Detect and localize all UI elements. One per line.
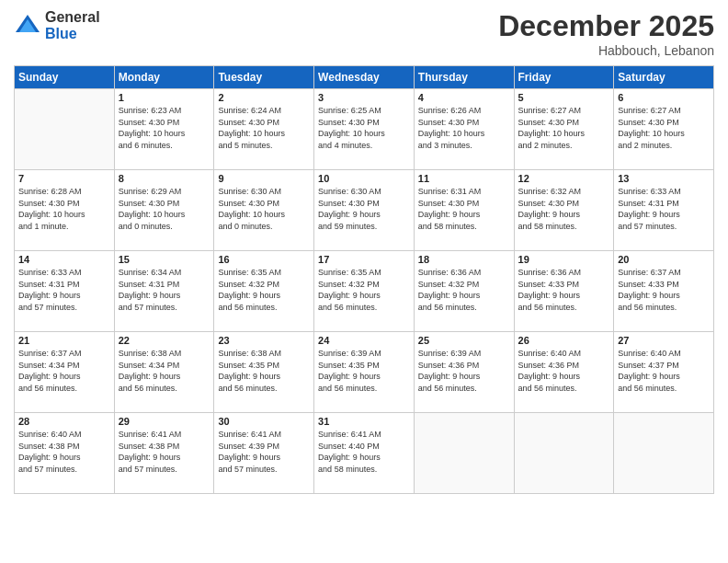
day-number: 10 [318,173,410,184]
location: Habbouch, Lebanon [498,43,714,58]
header: General Blue December 2025 Habbouch, Leb… [14,9,714,58]
day-number: 31 [318,416,410,427]
day-number: 9 [218,173,310,184]
day-info: Sunrise: 6:38 AMSunset: 4:35 PMDaylight:… [218,348,310,394]
day-number: 16 [218,254,310,265]
calendar-week-row: 14Sunrise: 6:33 AMSunset: 4:31 PMDayligh… [15,251,714,332]
logo-text: General Blue [45,9,100,41]
day-number: 22 [119,335,210,346]
day-info: Sunrise: 6:39 AMSunset: 4:35 PMDaylight:… [318,348,410,394]
day-of-week-header: Monday [114,66,214,89]
logo: General Blue [14,9,100,41]
calendar-cell: 28Sunrise: 6:40 AMSunset: 4:38 PMDayligh… [15,413,115,494]
day-of-week-header: Friday [514,66,614,89]
calendar-cell: 20Sunrise: 6:37 AMSunset: 4:33 PMDayligh… [614,251,714,332]
calendar-cell: 23Sunrise: 6:38 AMSunset: 4:35 PMDayligh… [214,332,314,413]
day-number: 8 [119,173,210,184]
day-number: 21 [18,335,110,346]
day-info: Sunrise: 6:36 AMSunset: 4:32 PMDaylight:… [418,267,510,313]
calendar-cell: 18Sunrise: 6:36 AMSunset: 4:32 PMDayligh… [414,251,514,332]
day-info: Sunrise: 6:36 AMSunset: 4:33 PMDaylight:… [518,267,610,313]
calendar-cell [15,89,115,170]
day-info: Sunrise: 6:26 AMSunset: 4:30 PMDaylight:… [418,105,510,151]
calendar-cell: 31Sunrise: 6:41 AMSunset: 4:40 PMDayligh… [314,413,415,494]
calendar-cell [614,413,714,494]
logo-blue: Blue [45,26,100,42]
day-of-week-header: Wednesday [314,66,415,89]
day-info: Sunrise: 6:27 AMSunset: 4:30 PMDaylight:… [518,105,610,151]
day-number: 5 [518,92,610,103]
calendar-cell: 4Sunrise: 6:26 AMSunset: 4:30 PMDaylight… [414,89,514,170]
calendar-cell: 9Sunrise: 6:30 AMSunset: 4:30 PMDaylight… [214,170,314,251]
day-number: 1 [119,92,210,103]
calendar-cell: 3Sunrise: 6:25 AMSunset: 4:30 PMDaylight… [314,89,415,170]
calendar-cell: 22Sunrise: 6:38 AMSunset: 4:34 PMDayligh… [114,332,214,413]
calendar-cell: 13Sunrise: 6:33 AMSunset: 4:31 PMDayligh… [614,170,714,251]
day-info: Sunrise: 6:40 AMSunset: 4:37 PMDaylight:… [618,348,710,394]
day-info: Sunrise: 6:41 AMSunset: 4:39 PMDaylight:… [218,429,310,475]
calendar-cell: 6Sunrise: 6:27 AMSunset: 4:30 PMDaylight… [614,89,714,170]
calendar-cell: 15Sunrise: 6:34 AMSunset: 4:31 PMDayligh… [114,251,214,332]
day-info: Sunrise: 6:23 AMSunset: 4:30 PMDaylight:… [119,105,210,151]
day-info: Sunrise: 6:35 AMSunset: 4:32 PMDaylight:… [318,267,410,313]
day-info: Sunrise: 6:34 AMSunset: 4:31 PMDaylight:… [119,267,210,313]
day-of-week-header: Thursday [414,66,514,89]
day-number: 24 [318,335,410,346]
day-info: Sunrise: 6:41 AMSunset: 4:38 PMDaylight:… [119,429,210,475]
calendar-cell: 25Sunrise: 6:39 AMSunset: 4:36 PMDayligh… [414,332,514,413]
day-info: Sunrise: 6:37 AMSunset: 4:34 PMDaylight:… [18,348,110,394]
day-of-week-header: Sunday [15,66,115,89]
day-number: 28 [18,416,110,427]
day-number: 26 [518,335,610,346]
day-info: Sunrise: 6:39 AMSunset: 4:36 PMDaylight:… [418,348,510,394]
calendar-cell: 21Sunrise: 6:37 AMSunset: 4:34 PMDayligh… [15,332,115,413]
day-number: 30 [218,416,310,427]
calendar-cell: 27Sunrise: 6:40 AMSunset: 4:37 PMDayligh… [614,332,714,413]
day-of-week-header: Saturday [614,66,714,89]
day-number: 15 [119,254,210,265]
day-number: 18 [418,254,510,265]
day-info: Sunrise: 6:38 AMSunset: 4:34 PMDaylight:… [119,348,210,394]
day-info: Sunrise: 6:33 AMSunset: 4:31 PMDaylight:… [618,186,710,232]
day-number: 12 [518,173,610,184]
day-info: Sunrise: 6:41 AMSunset: 4:40 PMDaylight:… [318,429,410,475]
day-number: 13 [618,173,710,184]
calendar-cell: 5Sunrise: 6:27 AMSunset: 4:30 PMDaylight… [514,89,614,170]
day-number: 23 [218,335,310,346]
day-info: Sunrise: 6:25 AMSunset: 4:30 PMDaylight:… [318,105,410,151]
day-info: Sunrise: 6:40 AMSunset: 4:36 PMDaylight:… [518,348,610,394]
day-info: Sunrise: 6:29 AMSunset: 4:30 PMDaylight:… [119,186,210,232]
month-title: December 2025 [498,9,714,43]
calendar-cell [414,413,514,494]
day-number: 20 [618,254,710,265]
calendar-cell: 7Sunrise: 6:28 AMSunset: 4:30 PMDaylight… [15,170,115,251]
day-number: 4 [418,92,510,103]
calendar-cell: 2Sunrise: 6:24 AMSunset: 4:30 PMDaylight… [214,89,314,170]
day-number: 2 [218,92,310,103]
day-info: Sunrise: 6:24 AMSunset: 4:30 PMDaylight:… [218,105,310,151]
calendar-cell: 26Sunrise: 6:40 AMSunset: 4:36 PMDayligh… [514,332,614,413]
calendar-cell: 24Sunrise: 6:39 AMSunset: 4:35 PMDayligh… [314,332,415,413]
day-info: Sunrise: 6:30 AMSunset: 4:30 PMDaylight:… [318,186,410,232]
day-number: 27 [618,335,710,346]
calendar-cell: 1Sunrise: 6:23 AMSunset: 4:30 PMDaylight… [114,89,214,170]
calendar-cell: 14Sunrise: 6:33 AMSunset: 4:31 PMDayligh… [15,251,115,332]
calendar-week-row: 1Sunrise: 6:23 AMSunset: 4:30 PMDaylight… [15,89,714,170]
day-number: 29 [119,416,210,427]
day-number: 19 [518,254,610,265]
title-block: December 2025 Habbouch, Lebanon [498,9,714,58]
calendar-cell: 17Sunrise: 6:35 AMSunset: 4:32 PMDayligh… [314,251,415,332]
day-number: 25 [418,335,510,346]
calendar: SundayMondayTuesdayWednesdayThursdayFrid… [14,65,714,494]
day-info: Sunrise: 6:27 AMSunset: 4:30 PMDaylight:… [618,105,710,151]
day-number: 14 [18,254,110,265]
calendar-cell: 8Sunrise: 6:29 AMSunset: 4:30 PMDaylight… [114,170,214,251]
calendar-cell: 10Sunrise: 6:30 AMSunset: 4:30 PMDayligh… [314,170,415,251]
day-number: 17 [318,254,410,265]
calendar-header-row: SundayMondayTuesdayWednesdayThursdayFrid… [15,66,714,89]
day-info: Sunrise: 6:40 AMSunset: 4:38 PMDaylight:… [18,429,110,475]
day-info: Sunrise: 6:32 AMSunset: 4:30 PMDaylight:… [518,186,610,232]
calendar-cell: 16Sunrise: 6:35 AMSunset: 4:32 PMDayligh… [214,251,314,332]
day-info: Sunrise: 6:30 AMSunset: 4:30 PMDaylight:… [218,186,310,232]
calendar-cell: 19Sunrise: 6:36 AMSunset: 4:33 PMDayligh… [514,251,614,332]
